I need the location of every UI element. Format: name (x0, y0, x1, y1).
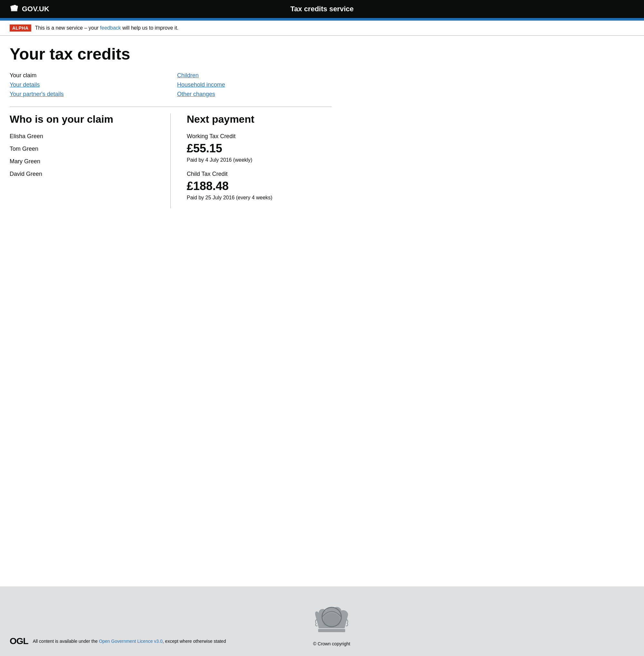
gov-uk-text: GOV.UK (22, 5, 49, 13)
person-2: Tom Green (10, 145, 158, 152)
main-content: Your tax credits Your claim Children You… (0, 36, 341, 586)
child-tax-credit-amount: £188.48 (187, 179, 332, 193)
ogl-logo: OGL (10, 636, 28, 646)
other-changes-link[interactable]: Other changes (177, 91, 332, 97)
working-tax-credit-amount: £55.15 (187, 142, 332, 155)
footer-left: OGL All content is available under the O… (10, 636, 226, 646)
alpha-banner: ALPHA This is a new service – your feedb… (0, 21, 644, 36)
claim-heading: Who is on your claim (10, 113, 158, 125)
license-text-before: All content is available under the (33, 639, 99, 644)
children-link[interactable]: Children (177, 72, 332, 79)
person-3: Mary Green (10, 158, 158, 165)
license-link[interactable]: Open Government Licence v3.0 (99, 639, 163, 644)
page-title: Your tax credits (10, 45, 332, 63)
copyright-text: © Crown copyright (313, 641, 350, 646)
license-text-after: , except where otherwise stated (163, 639, 226, 644)
claim-section: Who is on your claim Elisha Green Tom Gr… (10, 113, 171, 208)
alpha-text-after: will help us to improve it. (121, 25, 179, 30)
crown-copyright-icon (312, 599, 351, 638)
footer-right: © Crown copyright (312, 599, 351, 646)
service-title: Tax credits service (166, 5, 478, 13)
svg-rect-0 (11, 10, 17, 11)
site-footer: OGL All content is available under the O… (0, 586, 644, 656)
partner-details-link[interactable]: Your partner's details (10, 91, 164, 97)
your-details-link[interactable]: Your details (10, 82, 164, 88)
child-tax-credit-date: Paid by 25 July 2016 (every 4 weeks) (187, 195, 332, 201)
footer-inner: OGL All content is available under the O… (10, 599, 351, 646)
household-income-link[interactable]: Household income (177, 82, 332, 88)
nav-links: Your claim Children Your details Househo… (10, 72, 332, 97)
alpha-badge: ALPHA (10, 24, 31, 31)
working-tax-credit-date: Paid by 4 July 2016 (weekly) (187, 157, 332, 163)
payment-heading: Next payment (187, 113, 332, 125)
working-tax-credit-label: Working Tax Credit (187, 133, 332, 140)
child-tax-credit-label: Child Tax Credit (187, 171, 332, 177)
footer-license-text: All content is available under the Open … (33, 639, 226, 644)
your-claim-label: Your claim (10, 72, 164, 79)
svg-rect-2 (318, 629, 345, 632)
payment-section: Next payment Working Tax Credit £55.15 P… (171, 113, 332, 208)
divider (10, 107, 332, 107)
alpha-text-before: This is a new service – your (35, 25, 100, 30)
crown-icon (10, 4, 19, 14)
alpha-text: This is a new service – your feedback wi… (35, 25, 179, 31)
two-col-section: Who is on your claim Elisha Green Tom Gr… (10, 113, 332, 208)
person-4: David Green (10, 171, 158, 177)
blue-bar (0, 18, 644, 21)
person-1: Elisha Green (10, 133, 158, 140)
feedback-link[interactable]: feedback (100, 25, 121, 30)
site-header: GOV.UK Tax credits service (0, 0, 644, 18)
gov-uk-logo[interactable]: GOV.UK (10, 4, 166, 14)
